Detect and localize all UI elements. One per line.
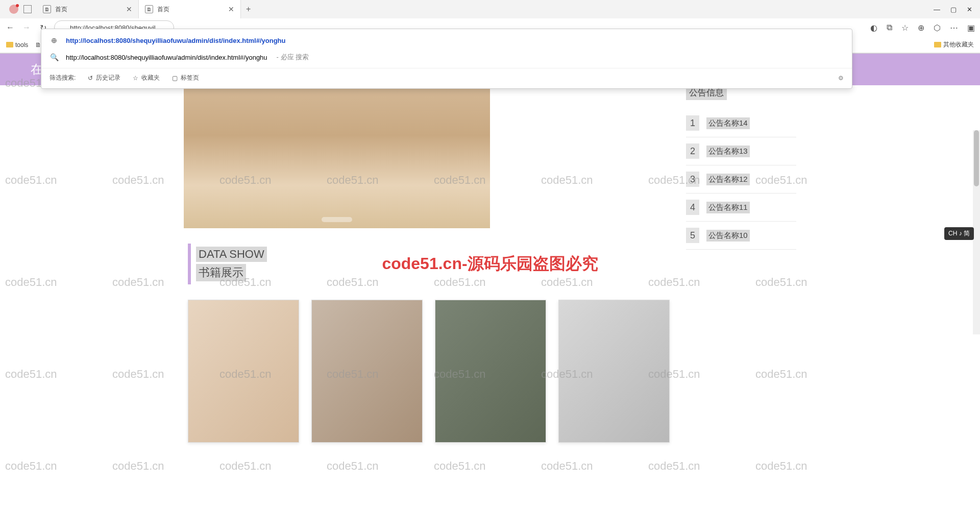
maximize-button[interactable]: ▢: [950, 6, 957, 13]
menu-icon[interactable]: ⋯: [950, 23, 958, 33]
book-card[interactable]: [558, 300, 670, 443]
filter-history[interactable]: ↺ 历史记录: [88, 74, 120, 82]
tab-title: 首页: [55, 5, 67, 14]
close-tab-icon[interactable]: ✕: [228, 5, 234, 13]
notice-item[interactable]: 5公告名称10: [686, 222, 796, 250]
tab-icon: ▢: [172, 75, 178, 82]
history-icon: ↺: [88, 75, 93, 82]
notice-item[interactable]: 2公告名称13: [686, 137, 796, 165]
page-icon: 🗎: [145, 5, 153, 13]
collections-icon[interactable]: ⧉: [887, 23, 892, 33]
book-card[interactable]: [311, 300, 423, 443]
notice-number: 5: [686, 228, 699, 243]
close-window-button[interactable]: ✕: [967, 6, 972, 13]
notice-number: 4: [686, 200, 699, 215]
back-button[interactable]: ←: [5, 23, 15, 32]
favorites-icon[interactable]: ☆: [901, 23, 909, 33]
notice-text: 公告名称13: [706, 146, 750, 157]
section-title-en: DATA SHOW: [196, 247, 267, 262]
notice-text: 公告名称11: [706, 202, 750, 213]
search-icon: 🔍: [50, 53, 59, 61]
section-header: DATA SHOW 书籍展示: [188, 244, 674, 284]
extension-icon[interactable]: ◐: [870, 23, 877, 33]
sidebar-toggle-icon[interactable]: ▣: [967, 23, 975, 33]
new-tab-button[interactable]: +: [241, 5, 256, 14]
notice-text: 公告名称14: [706, 117, 750, 129]
ime-indicator[interactable]: CH ♪ 简: [944, 227, 974, 240]
address-suggestions: ⊕ http://localhost:8080/shequyilliaofuwu…: [41, 29, 852, 89]
notice-number: 3: [686, 172, 699, 187]
section-title-cn: 书籍展示: [196, 264, 246, 281]
folder-icon: [6, 42, 13, 47]
page-icon: 🗎: [43, 5, 51, 13]
profile-avatar-icon[interactable]: [9, 5, 18, 14]
star-icon: ☆: [133, 75, 138, 82]
filter-tabs[interactable]: ▢ 标签页: [172, 74, 199, 82]
suggestion-item-primary[interactable]: ⊕ http://localhost:8080/shequyilliaofuwu…: [41, 32, 852, 49]
tab-overview-icon[interactable]: [23, 5, 32, 13]
book-card[interactable]: [188, 300, 299, 443]
filter-favorites[interactable]: ☆ 收藏夹: [133, 74, 160, 82]
books-grid: [184, 300, 674, 463]
scrollbar[interactable]: [973, 130, 980, 334]
browser-tab-1[interactable]: 🗎 首页 ✕: [37, 0, 139, 18]
notice-number: 1: [686, 115, 699, 131]
badge-icon[interactable]: ⬡: [934, 23, 941, 33]
addon-icon[interactable]: ⊕: [918, 23, 924, 33]
notice-panel: 公告信息 1公告名称142公告名称133公告名称124公告名称115公告名称10: [686, 85, 796, 463]
close-tab-icon[interactable]: ✕: [126, 5, 132, 13]
page-content: 在 DATA SHOW 书籍展示 公告信息 1公告名称142公告名称133公告名…: [0, 54, 980, 531]
browser-tab-2[interactable]: 🗎 首页 ✕: [139, 0, 241, 18]
bookmark-tools[interactable]: tools: [6, 41, 28, 49]
hero-carousel[interactable]: [184, 85, 490, 228]
notice-item[interactable]: 4公告名称11: [686, 194, 796, 222]
notice-number: 2: [686, 143, 699, 159]
minimize-button[interactable]: —: [934, 6, 940, 13]
folder-icon: [934, 42, 941, 47]
suggestion-item-search[interactable]: 🔍 http://localhost:8080/shequyilliaofuwu…: [41, 49, 852, 66]
forward-button: →: [21, 23, 32, 32]
tab-bar: 🗎 首页 ✕ 🗎 首页 ✕ + — ▢ ✕: [0, 0, 980, 18]
book-card[interactable]: [435, 300, 546, 443]
tab-title: 首页: [157, 5, 169, 14]
notice-text: 公告名称12: [706, 174, 750, 185]
suggestion-filters: 筛选搜索: ↺ 历史记录 ☆ 收藏夹 ▢ 标签页 ⚙: [41, 68, 852, 84]
filter-label: 筛选搜索:: [50, 74, 76, 82]
profile-area[interactable]: [4, 5, 37, 14]
notice-text: 公告名称10: [706, 230, 750, 242]
globe-icon: ⊕: [50, 36, 59, 44]
notice-item[interactable]: 1公告名称14: [686, 109, 796, 137]
settings-icon[interactable]: ⚙: [838, 75, 844, 82]
other-bookmarks[interactable]: 其他收藏夹: [934, 40, 974, 49]
notice-item[interactable]: 3公告名称12: [686, 165, 796, 194]
